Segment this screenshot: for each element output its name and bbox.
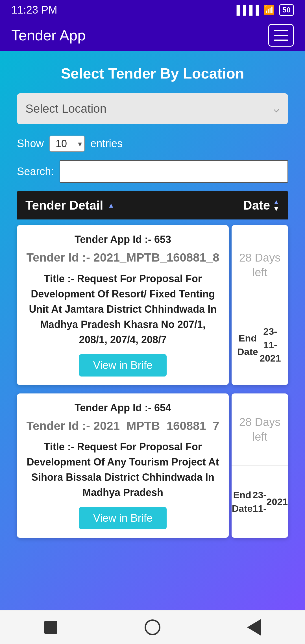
view-brief-button-1[interactable]: View in Brife [79,354,167,377]
end-date-1: End Date 23-11-2021 [232,305,288,385]
nav-back-button[interactable] [41,617,61,637]
view-brief-button-2[interactable]: View in Brife [79,507,167,529]
tender-title-2: Title :- Request For Proposal For Develo… [25,439,220,500]
menu-button[interactable] [268,24,294,47]
entries-select[interactable]: 10 25 50 100 [49,136,85,152]
date-sort-icon[interactable]: ▲ ▼ [273,199,280,212]
table-row: Tender App Id :- 653 Tender Id :- 2021_M… [17,225,288,385]
tender-app-id-1: Tender App Id :- 653 [75,234,171,245]
menu-bar-1 [274,30,288,31]
location-select[interactable]: Select Location ⌵ [17,93,288,124]
tender-card-1: Tender App Id :- 653 Tender Id :- 2021_M… [17,225,229,385]
entries-label: entries [90,138,123,150]
tender-cards: Tender App Id :- 653 Tender Id :- 2021_M… [17,219,288,538]
signal-icon: ▐▐▐▐ [233,5,259,15]
search-row: Search: [17,160,288,183]
days-left-2: 28 Days left [232,393,288,466]
days-left-1: 28 Days left [232,225,288,305]
tender-id-2: Tender Id :- 2021_MPTB_160881_7 [26,418,219,434]
menu-bar-3 [274,40,288,41]
chevron-down-icon: ⌵ [273,103,280,115]
battery-icon: 50 [279,4,294,16]
main-content: Select Tender By Location Select Locatio… [0,51,305,610]
header-date: Date ▲ ▼ [229,198,280,212]
search-input[interactable] [60,160,288,183]
date-column-2: 28 Days left End Date 23-11- 2021 [232,393,288,538]
home-icon [145,619,160,635]
tender-card-2: Tender App Id :- 654 Tender Id :- 2021_M… [17,393,229,538]
nav-home-button[interactable] [143,617,162,637]
tender-app-id-2: Tender App Id :- 654 [75,402,171,414]
tender-sort-icon[interactable]: ▲ [108,202,114,209]
tender-id-1: Tender Id :- 2021_MPTB_160881_8 [26,250,219,266]
wifi-icon: 📶 [263,5,275,15]
tender-title-1: Title :- Request For Proposal For Develo… [25,271,220,347]
table-header: Tender Detail ▲ Date ▲ ▼ [17,191,288,219]
back-icon [247,619,261,636]
section-title: Select Tender By Location [17,65,288,82]
status-icons: ▐▐▐▐ 📶 50 [233,4,294,16]
status-time: 11:23 PM [11,4,57,16]
menu-bar-2 [274,35,288,36]
show-label: Show [17,138,44,150]
nav-recent-button[interactable] [244,617,264,637]
search-label: Search: [17,166,54,178]
date-column-1: 28 Days left End Date 23-11-2021 [232,225,288,385]
status-bar: 11:23 PM ▐▐▐▐ 📶 50 [0,0,305,20]
app-bar: Tender App [0,20,305,51]
entries-select-wrapper: 10 25 50 100 [49,136,85,152]
stop-icon [44,621,57,634]
end-date-2: End Date 23-11- 2021 [232,466,288,538]
bottom-nav [0,610,305,644]
app-title: Tender App [11,27,86,44]
table-row: Tender App Id :- 654 Tender Id :- 2021_M… [17,393,288,538]
location-select-text: Select Location [25,102,106,116]
show-entries-row: Show 10 25 50 100 entries [17,136,288,152]
header-tender-detail: Tender Detail ▲ [25,198,229,212]
